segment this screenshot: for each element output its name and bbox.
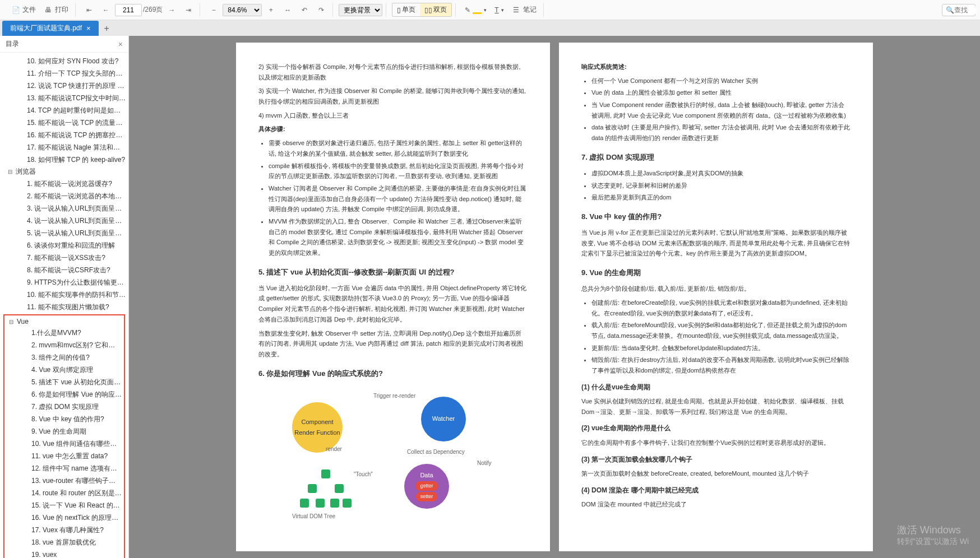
outline-item[interactable]: 14. TCP 的超时重传时间是如何计算的: [0, 104, 128, 117]
print-button[interactable]: 🖶打印: [40, 3, 72, 16]
sidebar-close-button[interactable]: ×: [118, 40, 123, 49]
zoom-select[interactable]: 84.6%: [223, 4, 262, 16]
page-viewport[interactable]: 2) 实现一个指令解析器 Compile, 对每个元素节点的指令进行扫描和解析,…: [129, 36, 980, 558]
highlight-icon: ✎: [465, 6, 470, 14]
outline-item[interactable]: 9. Vue 的生命周期: [4, 425, 124, 438]
notes-button[interactable]: ☰笔记: [509, 3, 540, 16]
outline-item[interactable]: 5. 说一说从输入URL到页面呈现发生了: [0, 227, 128, 239]
double-page-button[interactable]: ▯▯双页: [420, 3, 451, 16]
outline-item[interactable]: 17. 能不能说说 Nagle 算法和延迟确认: [0, 141, 128, 154]
outline-item[interactable]: 11. vue 中怎么重置 data?: [4, 450, 124, 462]
outline-item[interactable]: 16. 能不能说说 TCP 的拥塞控制?: [0, 129, 128, 141]
outline-item[interactable]: 9. HTTPS为什么让数据传输更安全?: [0, 276, 128, 289]
document-tabbar: 前端大厂面试题宝典.pdf × +: [0, 20, 980, 36]
main-toolbar: 📄文件 🖶打印 ⇤ ← /269页 → ⇥ − 84.6% + ↔ ↶ ↷ 更换…: [0, 0, 980, 20]
diagram-watcher-node: Watcher: [421, 397, 466, 441]
outline-tree: 10. 如何应对 SYN Flood 攻击?11. 介绍一下 TCP 报文头部的…: [0, 53, 128, 558]
collapse-icon: ⊟: [8, 169, 13, 175]
outline-item[interactable]: 10. 如何应对 SYN Flood 攻击?: [0, 55, 128, 67]
page-total-label: /269页: [143, 5, 163, 15]
prev-page-button[interactable]: ←: [98, 4, 114, 16]
reactive-diagram: Trigger re-render Component Render Funct…: [275, 391, 511, 526]
outline-item[interactable]: 13. 能不能说说TCP报文中时间戳的作用: [0, 92, 128, 104]
outline-item[interactable]: 14. route 和 router 的区别是什么?: [4, 487, 124, 499]
highlight-tool[interactable]: ✎▾: [461, 4, 490, 16]
outline-item[interactable]: 15. 能不能说一说 TCP 的流量控制?: [0, 117, 128, 129]
outline-item[interactable]: 12. 说说 TCP 快速打开的原理 (TFO): [0, 80, 128, 92]
outline-section-vue[interactable]: ⊟Vue: [4, 317, 124, 327]
outline-item[interactable]: 1.什么是MVVM?: [4, 327, 124, 339]
outline-item[interactable]: 15. 说一下 Vue 和 React 的认识, 做: [4, 499, 124, 512]
outline-item[interactable]: 4. 说一说从输入URL到页面呈现发生了: [0, 215, 128, 227]
outline-item[interactable]: 10. Vue 组件间通信有哪些方式?: [4, 438, 124, 450]
search-icon: 🔍: [946, 6, 954, 15]
next-page-button[interactable]: →: [164, 4, 179, 16]
outline-item[interactable]: 12. 组件中写 name 选项有什么作用?: [4, 462, 124, 475]
outline-item[interactable]: 8. 能不能说一说CSRF攻击?: [0, 264, 128, 276]
rotate-left-button[interactable]: ↶: [297, 4, 312, 16]
outline-item[interactable]: 3. 组件之间的传值?: [4, 351, 124, 364]
zoom-out-icon: −: [209, 6, 218, 15]
outline-item[interactable]: 18. 如何理解 TCP 的 keep-alive?: [0, 154, 128, 166]
outline-item[interactable]: 2. 能不能说一说浏览器的本地存储? 各: [0, 190, 128, 202]
outline-highlight: ⊟Vue 1.什么是MVVM?2. mvvm和mvc区别? 它和其它框架 (3.…: [3, 314, 125, 558]
new-tab-button[interactable]: +: [99, 21, 115, 36]
zoom-in-button[interactable]: +: [263, 4, 279, 16]
page-view-toggle: ▯单页 ▯▯双页: [392, 3, 452, 17]
fit-width-icon: ↔: [283, 6, 292, 15]
outline-item[interactable]: 19. vuex: [4, 548, 124, 558]
outline-item[interactable]: 18. vue 首屏加载优化: [4, 536, 124, 548]
outline-item[interactable]: 2. mvvm和mvc区别? 它和其它框架 (: [4, 339, 124, 351]
outline-sidebar: 目录 × 10. 如何应对 SYN Flood 攻击?11. 介绍一下 TCP …: [0, 36, 129, 558]
rotate-right-button[interactable]: ↷: [313, 4, 329, 16]
file-menu[interactable]: 📄文件: [8, 3, 39, 16]
single-page-icon: ▯: [397, 6, 401, 14]
print-icon: 🖶: [44, 6, 53, 15]
text-tool[interactable]: T▾: [491, 4, 507, 16]
outline-item[interactable]: 8. Vue 中 key 值的作用?: [4, 413, 124, 425]
outline-item[interactable]: 5. 描述下 vue 从初始化页面--修改数据: [4, 376, 124, 388]
first-page-button[interactable]: ⇤: [81, 4, 97, 16]
outline-item[interactable]: 3. 说一说从输入URL到页面呈现发生了: [0, 202, 128, 215]
outline-item[interactable]: 6. 你是如何理解 Vue 的响应式系统的?: [4, 388, 124, 401]
outline-item[interactable]: 16. Vue 的 nextTick 的原理是什么?: [4, 512, 124, 524]
outline-item[interactable]: 13. vue-router 有哪些钩子函数?: [4, 475, 124, 487]
sidebar-title: 目录: [6, 39, 19, 49]
single-page-button[interactable]: ▯单页: [392, 3, 420, 16]
outline-item[interactable]: 11. 能不能实现图片懒加载?: [0, 301, 128, 313]
search-input[interactable]: [954, 6, 977, 14]
outline-item[interactable]: 1. 能不能说一说浏览器缓存?: [0, 178, 128, 190]
zoom-in-icon: +: [266, 6, 275, 15]
outline-item[interactable]: 4. Vue 双向绑定原理: [4, 364, 124, 376]
outline-section-browser[interactable]: ⊟浏览器: [0, 166, 128, 178]
first-icon: ⇤: [85, 6, 94, 15]
notes-icon: ☰: [512, 6, 521, 15]
last-icon: ⇥: [184, 6, 193, 15]
collapse-icon: ⊟: [9, 319, 15, 325]
background-select[interactable]: 更换背景: [339, 4, 382, 16]
rotate-right-icon: ↷: [317, 6, 326, 15]
last-page-button[interactable]: ⇥: [181, 4, 196, 16]
double-page-icon: ▯▯: [424, 6, 432, 14]
search-box[interactable]: 🔍: [942, 4, 976, 16]
outline-item[interactable]: 10. 能不能实现事件的防抖和节流?: [0, 289, 128, 301]
outline-item[interactable]: 11. 介绍一下 TCP 报文头部的字段: [0, 67, 128, 80]
file-icon: 📄: [11, 6, 20, 15]
next-icon: →: [167, 6, 176, 15]
tab-close-button[interactable]: ×: [86, 24, 91, 32]
rotate-left-icon: ↶: [300, 6, 309, 15]
tab-title: 前端大厂面试题宝典.pdf: [10, 24, 82, 33]
document-tab[interactable]: 前端大厂面试题宝典.pdf ×: [2, 21, 99, 36]
text-icon: T: [494, 6, 498, 14]
diagram-data-node: Data getter setter: [404, 464, 449, 509]
page-number-input[interactable]: [115, 4, 142, 16]
outline-item[interactable]: 6. 谈谈你对重绘和回流的理解: [0, 239, 128, 252]
zoom-out-button[interactable]: −: [206, 4, 221, 16]
diagram-vdom-tree: [298, 469, 354, 509]
pdf-page-left: 2) 实现一个指令解析器 Compile, 对每个元素节点的指令进行扫描和解析,…: [236, 43, 550, 551]
fit-width-button[interactable]: ↔: [280, 4, 295, 16]
outline-item[interactable]: 17. Vuex 有哪几种属性?: [4, 524, 124, 536]
outline-item[interactable]: 7. 能不能说一说XSS攻击?: [0, 252, 128, 264]
prev-icon: ←: [101, 6, 110, 15]
outline-item[interactable]: 7. 虚拟 DOM 实现原理: [4, 401, 124, 413]
